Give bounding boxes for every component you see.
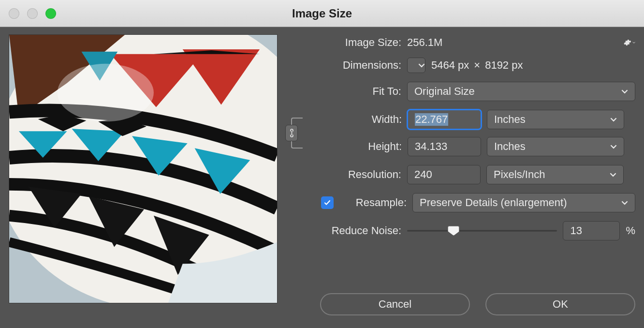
chevron-down-icon xyxy=(610,116,617,123)
row-reduce-noise: Reduce Noise: 13 % xyxy=(288,221,635,240)
height-unit-value: Inches xyxy=(494,140,526,153)
chevron-down-icon xyxy=(610,143,617,150)
height-input[interactable]: 34.133 xyxy=(408,137,481,156)
ok-label: OK xyxy=(553,298,568,311)
chevron-down-icon xyxy=(418,62,425,69)
dimensions-height: 8192 px xyxy=(485,59,523,72)
fit-to-value: Original Size xyxy=(414,85,475,98)
titlebar: Image Size xyxy=(0,0,644,27)
resample-checkbox[interactable] xyxy=(321,196,334,209)
preview-image xyxy=(9,35,277,303)
dialog-content: Image Size: 256.1M Dimensions: 5464 px ×… xyxy=(0,27,644,328)
row-height: Height: 34.133 Inches xyxy=(317,137,635,156)
resolution-unit-select[interactable]: Pixels/Inch xyxy=(486,165,624,184)
resample-method-value: Preserve Details (enlargement) xyxy=(420,196,567,209)
check-icon xyxy=(323,199,331,207)
row-width: Width: 22.767 Inches xyxy=(317,110,635,129)
row-resample: Resample: Preserve Details (enlargement) xyxy=(288,193,635,212)
resolution-input[interactable]: 240 xyxy=(407,165,481,184)
chevron-down-icon xyxy=(632,41,635,45)
width-input[interactable]: 22.767 xyxy=(408,110,481,129)
dimensions-times: × xyxy=(474,59,480,72)
window-title: Image Size xyxy=(0,7,644,20)
dimensions-width: 5464 px xyxy=(431,59,469,72)
chevron-down-icon xyxy=(610,171,616,178)
reduce-noise-slider[interactable] xyxy=(407,224,557,238)
row-image-size: Image Size: 256.1M xyxy=(288,36,635,49)
label-reduce-noise: Reduce Noise: xyxy=(288,224,401,237)
link-wrap xyxy=(288,110,317,156)
width-height-block: Width: 22.767 Inches Height: 34.133 xyxy=(288,110,635,156)
preview[interactable] xyxy=(9,34,278,303)
ok-button[interactable]: OK xyxy=(485,293,635,315)
label-resolution: Resolution: xyxy=(288,168,401,181)
slider-thumb[interactable] xyxy=(448,226,459,236)
chevron-down-icon xyxy=(621,199,628,206)
dimensions-unit-dropdown[interactable] xyxy=(407,58,425,73)
gear-icon xyxy=(624,38,631,47)
label-fit-to: Fit To: xyxy=(288,85,401,98)
link-icon xyxy=(289,129,294,137)
label-height: Height: xyxy=(317,140,402,153)
label-resample: Resample: xyxy=(339,196,407,209)
label-width: Width: xyxy=(317,113,402,126)
slider-track xyxy=(407,230,557,232)
reduce-noise-input[interactable]: 13 xyxy=(563,221,620,240)
width-value: 22.767 xyxy=(415,113,448,126)
row-fit-to: Fit To: Original Size xyxy=(288,82,635,101)
resolution-unit-value: Pixels/Inch xyxy=(494,168,545,181)
label-image-size: Image Size: xyxy=(288,36,401,49)
row-resolution: Resolution: 240 Pixels/Inch xyxy=(288,165,635,184)
cancel-label: Cancel xyxy=(379,298,411,311)
fit-to-select[interactable]: Original Size xyxy=(407,82,635,101)
svg-point-2 xyxy=(58,64,154,122)
percent-sign: % xyxy=(626,224,635,237)
resample-method-select[interactable]: Preserve Details (enlargement) xyxy=(412,193,635,212)
dimensions-value: 5464 px × 8192 px xyxy=(431,59,523,72)
height-unit-select[interactable]: Inches xyxy=(487,137,624,156)
form: Image Size: 256.1M Dimensions: 5464 px ×… xyxy=(288,34,635,319)
chevron-down-icon xyxy=(621,88,628,95)
constrain-proportions-toggle[interactable] xyxy=(285,125,298,141)
image-size-value: 256.1M xyxy=(407,36,442,49)
width-unit-select[interactable]: Inches xyxy=(487,110,624,129)
cancel-button[interactable]: Cancel xyxy=(320,293,470,315)
settings-menu-button[interactable] xyxy=(624,37,635,48)
width-unit-value: Inches xyxy=(494,113,526,126)
label-dimensions: Dimensions: xyxy=(288,59,401,72)
button-row: Cancel OK xyxy=(288,293,635,319)
row-dimensions: Dimensions: 5464 px × 8192 px xyxy=(288,58,635,73)
resolution-value: 240 xyxy=(414,168,432,181)
height-value: 34.133 xyxy=(415,140,447,153)
reduce-noise-value: 13 xyxy=(570,224,582,237)
